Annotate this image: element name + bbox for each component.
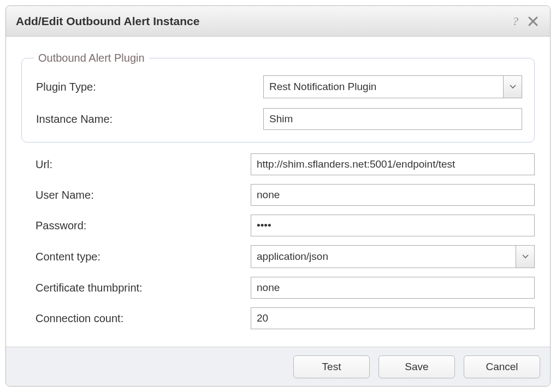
row-password: Password:	[21, 215, 535, 236]
content-type-value: application/json	[251, 246, 516, 268]
label-instance-name: Instance Name:	[34, 113, 263, 126]
row-content-type: Content type: application/json	[21, 245, 535, 268]
help-icon[interactable]: ?	[510, 14, 520, 28]
label-content-type: Content type:	[21, 251, 251, 263]
plugin-type-value: Rest Notification Plugin	[264, 76, 503, 98]
titlebar: Add/Edit Outbound Alert Instance ?	[6, 6, 550, 37]
password-input[interactable]	[251, 215, 535, 236]
chevron-down-icon	[503, 76, 522, 98]
dialog-add-edit-outbound-alert: Add/Edit Outbound Alert Instance ? Outbo…	[5, 5, 551, 387]
user-name-input[interactable]	[251, 184, 535, 206]
url-input[interactable]	[251, 153, 535, 175]
row-connection-count: Connection count:	[21, 307, 535, 329]
plugin-type-select[interactable]: Rest Notification Plugin	[263, 75, 522, 98]
chevron-down-icon	[516, 246, 534, 268]
row-cert-thumbprint: Certificate thumbprint:	[21, 277, 535, 299]
row-url: Url:	[21, 153, 535, 175]
plugin-settings: Url: User Name: Password: Content type:	[21, 153, 535, 329]
row-instance-name: Instance Name:	[34, 108, 522, 130]
cancel-button[interactable]: Cancel	[464, 355, 540, 378]
label-password: Password:	[21, 219, 251, 232]
close-icon[interactable]	[526, 14, 540, 28]
instance-name-input[interactable]	[263, 108, 522, 130]
connection-count-input[interactable]	[251, 307, 535, 329]
dialog-footer: Test Save Cancel	[6, 347, 550, 386]
label-url: Url:	[21, 158, 251, 171]
dialog-body: Outbound Alert Plugin Plugin Type: Rest …	[6, 37, 550, 347]
row-user-name: User Name:	[21, 184, 535, 206]
cert-thumbprint-input[interactable]	[251, 277, 535, 299]
label-connection-count: Connection count:	[21, 312, 251, 325]
fieldset-legend: Outbound Alert Plugin	[34, 52, 149, 64]
label-user-name: User Name:	[21, 189, 251, 201]
dialog-title: Add/Edit Outbound Alert Instance	[16, 15, 199, 28]
row-plugin-type: Plugin Type: Rest Notification Plugin	[34, 75, 522, 98]
test-button[interactable]: Test	[293, 355, 370, 378]
label-plugin-type: Plugin Type:	[34, 81, 263, 93]
content-type-select[interactable]: application/json	[251, 245, 535, 268]
label-cert-thumbprint: Certificate thumbprint:	[21, 282, 251, 294]
save-button[interactable]: Save	[378, 355, 455, 378]
fieldset-outbound-alert-plugin: Outbound Alert Plugin Plugin Type: Rest …	[21, 52, 535, 142]
